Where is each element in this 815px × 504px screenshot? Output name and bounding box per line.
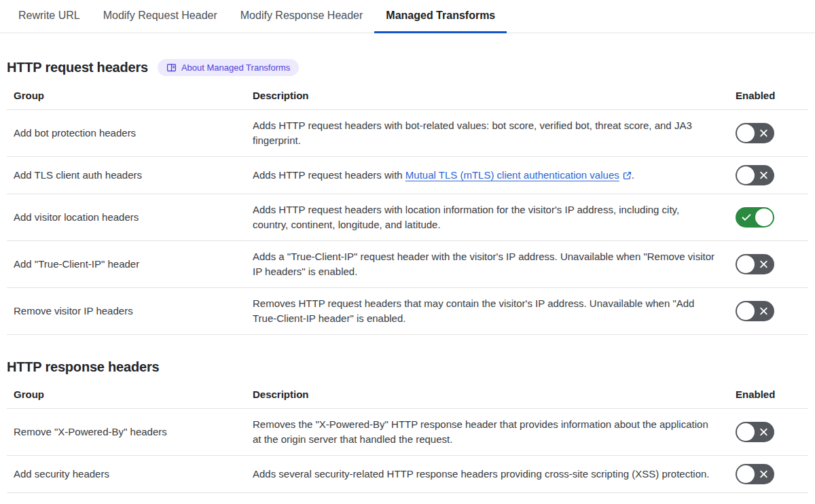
- description-cell: Adds several security-related HTTP respo…: [253, 467, 736, 482]
- enabled-cell: [736, 207, 808, 228]
- description-cell: Adds HTTP request headers with Mutual TL…: [253, 168, 736, 183]
- description-cell: Removes the "X-Powered-By" HTTP response…: [253, 417, 736, 447]
- response-headers-table: Group Description Enabled Remove "X-Powe…: [7, 383, 808, 493]
- x-icon: [759, 428, 768, 437]
- enabled-cell: [736, 422, 808, 442]
- enabled-cell: [736, 123, 808, 143]
- column-header-description: Description: [253, 90, 736, 101]
- enabled-cell: [736, 464, 808, 484]
- group-cell: Add "True-Client-IP" header: [7, 257, 253, 272]
- x-icon: [759, 260, 768, 269]
- group-cell: Add visitor location headers: [7, 210, 253, 225]
- section-title-request: HTTP request headers: [7, 60, 148, 75]
- table-row: Add bot protection headersAdds HTTP requ…: [7, 110, 808, 157]
- description-cell: Adds a "True-Client-IP" request header w…: [253, 249, 736, 279]
- toggle-remove-visitor-ip-headers[interactable]: [736, 301, 774, 321]
- section-head: HTTP response headers: [7, 359, 808, 375]
- description-cell: Removes HTTP request headers that may co…: [253, 296, 736, 326]
- toggle-add-security-headers[interactable]: [736, 464, 774, 484]
- badge-label: About Managed Transforms: [181, 63, 290, 72]
- group-cell: Remove visitor IP headers: [7, 304, 253, 319]
- about-managed-transforms-badge[interactable]: About Managed Transforms: [158, 59, 299, 76]
- toggle-add-visitor-location-headers[interactable]: [736, 207, 774, 228]
- table-row: Add TLS client auth headersAdds HTTP req…: [7, 157, 808, 194]
- column-header-group: Group: [7, 389, 253, 400]
- toggle-knob: [737, 124, 755, 142]
- toggle-add-tls-client-auth-headers[interactable]: [736, 165, 774, 185]
- x-icon: [759, 307, 768, 316]
- toggle-knob: [737, 423, 755, 441]
- description-cell: Adds HTTP request headers with location …: [253, 202, 736, 232]
- toggle-add-bot-protection-headers[interactable]: [736, 123, 774, 143]
- toggle-add-true-client-ip-header[interactable]: [736, 254, 774, 274]
- toggle-knob: [755, 209, 773, 226]
- table-header: Group Description Enabled: [7, 383, 808, 409]
- enabled-cell: [736, 301, 808, 321]
- toggle-knob: [737, 255, 755, 273]
- table-header: Group Description Enabled: [7, 84, 808, 110]
- description-link[interactable]: Mutual TLS (mTLS) client authentication …: [405, 169, 632, 181]
- column-header-description: Description: [253, 389, 736, 400]
- tab-modify-request-header[interactable]: Modify Request Header: [92, 0, 229, 33]
- description-cell: Adds HTTP request headers with bot-relat…: [253, 118, 736, 148]
- column-header-enabled: Enabled: [736, 389, 808, 400]
- request-headers-table: Group Description Enabled Add bot protec…: [7, 84, 808, 335]
- x-icon: [759, 171, 768, 180]
- group-cell: Add security headers: [7, 467, 253, 482]
- tab-bar: Rewrite URLModify Request HeaderModify R…: [0, 0, 815, 33]
- http-request-headers-section: HTTP request headers About Managed Trans…: [7, 59, 808, 335]
- section-head: HTTP request headers About Managed Trans…: [7, 59, 808, 76]
- table-row: Remove visitor IP headersRemoves HTTP re…: [7, 288, 808, 335]
- table-row: Add visitor location headersAdds HTTP re…: [7, 194, 808, 241]
- x-icon: [759, 129, 768, 138]
- table-row: Remove "X-Powered-By" headersRemoves the…: [7, 409, 808, 456]
- enabled-cell: [736, 254, 808, 274]
- external-link-icon: [623, 171, 632, 180]
- group-cell: Add TLS client auth headers: [7, 168, 253, 183]
- x-icon: [759, 470, 768, 479]
- section-title-response: HTTP response headers: [7, 359, 159, 375]
- group-cell: Add bot protection headers: [7, 126, 253, 141]
- book-icon: [166, 62, 177, 73]
- toggle-knob: [737, 166, 755, 184]
- managed-transforms-page: HTTP request headers About Managed Trans…: [0, 33, 815, 493]
- tab-rewrite-url[interactable]: Rewrite URL: [7, 0, 92, 33]
- table-row: Add "True-Client-IP" headerAdds a "True-…: [7, 241, 808, 288]
- check-icon: [742, 214, 751, 221]
- toggle-knob: [737, 465, 755, 483]
- group-cell: Remove "X-Powered-By" headers: [7, 425, 253, 439]
- table-row: Add security headersAdds several securit…: [7, 456, 808, 493]
- enabled-cell: [736, 165, 808, 185]
- column-header-enabled: Enabled: [736, 90, 808, 101]
- tab-modify-response-header[interactable]: Modify Response Header: [229, 0, 375, 33]
- tab-managed-transforms[interactable]: Managed Transforms: [374, 0, 507, 33]
- toggle-knob: [737, 302, 755, 320]
- toggle-remove-x-powered-by-headers[interactable]: [736, 422, 774, 442]
- http-response-headers-section: HTTP response headers Group Description …: [7, 359, 808, 493]
- column-header-group: Group: [7, 90, 253, 101]
